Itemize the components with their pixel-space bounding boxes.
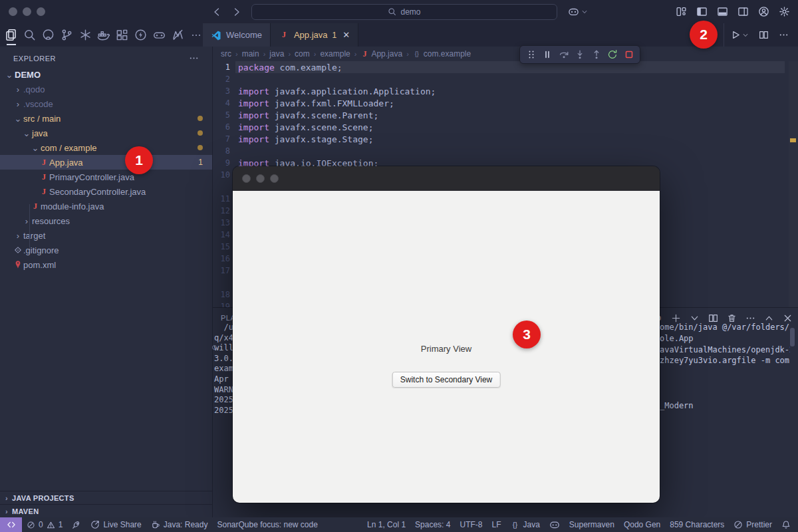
status-live-share[interactable]: Live Share xyxy=(86,517,146,532)
javafx-zoom-button[interactable] xyxy=(270,174,279,183)
tree-item-pom-xml[interactable]: pom.xml xyxy=(0,257,212,272)
tree-item-src-main[interactable]: ⌄src / main xyxy=(0,111,212,126)
breadcrumb-item[interactable]: example xyxy=(320,49,350,59)
account-icon[interactable] xyxy=(758,6,769,17)
panel-bottom-icon[interactable] xyxy=(717,6,728,17)
status-sonarqube-focus[interactable]: SonarQube focus: new code xyxy=(212,517,322,532)
status-qodo-gen[interactable]: Qodo Gen xyxy=(619,517,665,532)
terminal-trash-button[interactable] xyxy=(727,313,737,323)
tab-welcome[interactable]: Welcome xyxy=(203,23,271,47)
status-encoding[interactable]: UTF-8 xyxy=(455,517,487,532)
status-notifications[interactable] xyxy=(777,517,795,532)
activity-item-supermaven[interactable] xyxy=(171,24,184,46)
run-button[interactable] xyxy=(731,30,749,40)
tree-item-com-example[interactable]: ⌄com / example xyxy=(0,140,212,155)
javafx-close-button[interactable] xyxy=(242,174,251,183)
activity-item-sonarqube[interactable] xyxy=(78,24,92,46)
tree-item-java[interactable]: ⌄java xyxy=(0,126,212,140)
more-actions-button[interactable] xyxy=(779,30,789,40)
customize-layout-icon[interactable] xyxy=(676,6,687,17)
tree-item--gitignore[interactable]: .gitignore xyxy=(0,243,212,257)
chevron-down-icon[interactable] xyxy=(742,32,749,39)
breadcrumb-item[interactable]: {}com.example xyxy=(413,49,471,59)
minimize-window-button[interactable] xyxy=(23,7,31,16)
activity-item-extensions-grid[interactable] xyxy=(116,24,129,46)
section-java-projects[interactable]: ›JAVA PROJECTS xyxy=(0,491,213,504)
status-label: Prettier xyxy=(746,520,772,529)
tree-item--vscode[interactable]: ›.vscode xyxy=(0,96,212,111)
grip-button[interactable] xyxy=(526,49,537,60)
status-copilot[interactable] xyxy=(545,517,565,532)
status-java-status[interactable]: Java: Ready xyxy=(146,517,213,532)
breadcrumb-item[interactable]: com xyxy=(295,49,310,59)
restart-button[interactable] xyxy=(607,49,618,60)
tree-item-app-java[interactable]: JApp.java1 xyxy=(0,155,212,170)
status-supermaven[interactable]: Supermaven xyxy=(565,517,619,532)
pause-button[interactable] xyxy=(542,49,553,60)
status-cursor-position[interactable]: Ln 1, Col 1 xyxy=(362,517,410,532)
terminal-ellipsis-button[interactable] xyxy=(745,313,755,323)
tree-item-demo[interactable]: ⌄DEMO xyxy=(0,67,212,82)
tree-item-secondarycontroller-java[interactable]: JSecondaryController.java xyxy=(0,184,212,199)
split-editor-button[interactable] xyxy=(759,30,769,40)
overview-ruler[interactable] xyxy=(789,61,798,307)
activity-item-lightning[interactable] xyxy=(134,24,148,46)
close-tab-icon[interactable]: ✕ xyxy=(342,30,350,40)
status-character-count[interactable]: 859 Characters xyxy=(665,517,729,532)
terminal-line: zhzey7yu3vio.argfile -m com. xyxy=(660,356,790,367)
terminal-chevron-down-button[interactable] xyxy=(690,313,700,323)
forward-arrow-icon[interactable] xyxy=(231,7,242,17)
activity-item-docker[interactable] xyxy=(97,24,110,46)
breadcrumb-item[interactable]: JApp.java xyxy=(360,49,402,59)
status-indentation[interactable]: Spaces: 4 xyxy=(410,517,455,532)
terminal-close-button[interactable] xyxy=(783,313,793,323)
activity-item-search[interactable] xyxy=(23,24,37,46)
panel-left-icon[interactable] xyxy=(696,6,708,17)
tree-item-primarycontroller-java[interactable]: JPrimaryController.java xyxy=(0,170,212,184)
activity-item-gamepad[interactable] xyxy=(153,24,166,46)
status-eol[interactable]: LF xyxy=(487,517,505,532)
remote-indicator[interactable] xyxy=(0,517,22,532)
activity-item-source-control[interactable] xyxy=(60,24,73,46)
line-number: 2 xyxy=(213,74,230,84)
terminal-split-editor-button[interactable] xyxy=(708,313,718,323)
panel-right-icon[interactable] xyxy=(737,6,749,17)
section-maven[interactable]: ›MAVEN xyxy=(0,504,213,517)
explorer-more-button[interactable] xyxy=(189,53,199,63)
activity-item-github[interactable] xyxy=(42,24,55,46)
step-into-button[interactable] xyxy=(575,49,585,60)
code-line: 7import javafx.stage.Stage; xyxy=(213,133,789,145)
tree-item-module-info-java[interactable]: Jmodule-info.java xyxy=(0,199,212,213)
back-arrow-icon[interactable] xyxy=(211,7,222,17)
switch-to-secondary-view-button[interactable]: Switch to Secondary View xyxy=(392,372,501,388)
window-controls[interactable] xyxy=(0,7,60,16)
tree-item--qodo[interactable]: ›.qodo xyxy=(0,82,212,96)
stop-button[interactable] xyxy=(624,49,634,60)
step-out-button[interactable] xyxy=(591,49,602,60)
tree-item-target[interactable]: ›target xyxy=(0,228,212,243)
status-label: Live Share xyxy=(103,520,141,529)
command-center-search[interactable]: demo xyxy=(251,4,557,20)
code-text: import javafx.application.Application; xyxy=(230,86,436,96)
copilot-menu[interactable] xyxy=(568,6,588,17)
breadcrumb-item[interactable]: main xyxy=(242,49,259,59)
tree-item-resources[interactable]: ›resources xyxy=(0,213,212,228)
activity-item-files[interactable] xyxy=(5,24,18,46)
breadcrumb-item[interactable]: src xyxy=(221,49,231,59)
javafx-minimize-button[interactable] xyxy=(256,174,265,183)
breadcrumb-item[interactable]: java xyxy=(269,49,284,59)
status-prettier[interactable]: Prettier xyxy=(729,517,777,532)
status-launch[interactable] xyxy=(67,517,86,532)
activity-overflow-button[interactable] xyxy=(190,24,203,46)
terminal-chevron-up-button[interactable] xyxy=(764,313,774,323)
terminal-plus-button[interactable] xyxy=(671,313,681,323)
maximize-window-button[interactable] xyxy=(37,7,45,16)
status-problems[interactable]: 01 xyxy=(22,517,67,532)
terminal-scrollbar[interactable] xyxy=(790,328,795,346)
step-over-button[interactable] xyxy=(559,49,569,60)
tab-app-java[interactable]: JApp.java1✕ xyxy=(271,23,358,47)
javafx-window-titlebar[interactable] xyxy=(233,166,660,191)
close-window-button[interactable] xyxy=(9,7,17,16)
status-language-mode[interactable]: {}Java xyxy=(505,517,544,532)
gear-icon[interactable] xyxy=(779,6,790,17)
